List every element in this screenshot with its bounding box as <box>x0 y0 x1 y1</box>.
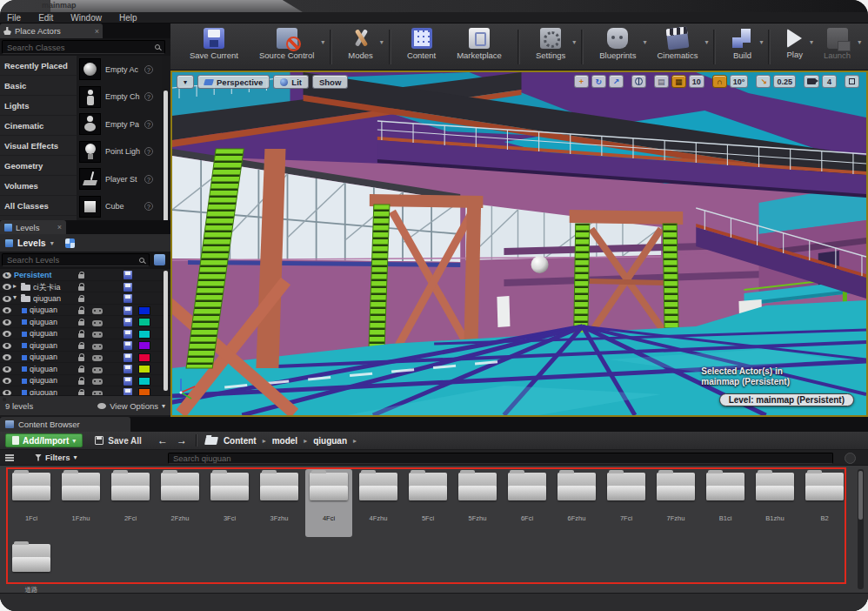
folder-7Fzhu[interactable]: 7Fzhu <box>652 469 699 537</box>
gamepad-icon[interactable] <box>92 344 103 350</box>
save-level-icon[interactable] <box>124 330 132 339</box>
sphere-actor[interactable] <box>531 256 549 273</box>
menu-item-file[interactable]: File <box>7 13 21 23</box>
chevron-down-icon[interactable]: ▾ <box>50 239 54 247</box>
modes-button[interactable]: ▾Modes <box>337 26 384 68</box>
category-basic[interactable]: Basic <box>0 76 77 96</box>
expand-arrow[interactable]: ▾ <box>13 293 17 301</box>
angle-snap-value[interactable]: 10° <box>730 75 749 88</box>
gamepad-icon[interactable] <box>92 379 103 385</box>
camera-speed-button[interactable] <box>804 75 819 88</box>
menu-item-help[interactable]: Help <box>119 13 137 23</box>
blueprints-button[interactable]: ▾Blueprints <box>589 26 646 68</box>
visibility-eye-icon[interactable] <box>3 354 11 360</box>
folder-4Fzhu[interactable]: 4Fzhu <box>355 469 402 537</box>
expand-arrow[interactable]: ▸ <box>13 282 17 290</box>
filters-button[interactable]: Filters ▾ <box>35 453 77 462</box>
close-icon[interactable]: × <box>95 27 99 36</box>
levels-extra-icon[interactable] <box>65 238 75 248</box>
folder-3Fci[interactable]: 3Fci <box>206 469 253 537</box>
lit-button[interactable]: Lit <box>273 75 309 89</box>
viewport-panel[interactable]: ▾ Perspective Lit Show + ↻ ↗ ▤ ▦ 10 ∩ 10… <box>170 70 868 417</box>
perspective-button[interactable]: Perspective <box>197 75 270 89</box>
save-level-icon[interactable] <box>124 318 132 326</box>
forward-arrow-icon[interactable]: → <box>177 434 187 446</box>
search-classes-input[interactable]: Search Classes <box>2 40 165 54</box>
lock-icon[interactable] <box>78 368 84 373</box>
breadcrumb-qiuguan[interactable]: qiuguan <box>313 436 347 446</box>
save-level-icon[interactable] <box>124 388 132 395</box>
level-row-7[interactable]: qiuguan <box>0 352 170 364</box>
folder-B1zhu[interactable]: B1zhu <box>751 469 798 537</box>
visibility-eye-icon[interactable] <box>3 307 11 313</box>
place-actor-item-cube[interactable]: Cube? <box>77 193 162 221</box>
level-row-9[interactable]: qiuguan <box>0 375 170 387</box>
launch-button[interactable]: ▾Launch <box>813 26 861 68</box>
tab-levels[interactable]: Levels × <box>0 220 66 234</box>
view-list-icon[interactable] <box>5 454 14 461</box>
play-button[interactable]: ▾Play <box>776 26 812 68</box>
save-level-icon[interactable] <box>124 271 132 279</box>
folder-1Fci[interactable]: 1Fci <box>8 469 55 537</box>
category-lights[interactable]: Lights <box>0 96 77 116</box>
camera-speed-value[interactable]: 4 <box>822 75 837 88</box>
viewport-3d-scene[interactable] <box>172 72 866 415</box>
search-levels-input[interactable]: Search Levels <box>2 253 150 266</box>
folder-6Fzhu[interactable]: 6Fzhu <box>553 469 600 537</box>
content-button[interactable]: Content <box>397 26 446 68</box>
lock-icon[interactable] <box>78 357 84 361</box>
level-row-3[interactable]: qiuguan <box>0 305 170 317</box>
menu-item-edit[interactable]: Edit <box>38 13 53 23</box>
current-level-badge[interactable]: Level: mainmap (Persistent) <box>719 393 854 406</box>
visibility-eye-icon[interactable] <box>3 284 11 290</box>
visibility-eye-icon[interactable] <box>3 366 11 373</box>
marketplace-button[interactable]: Marketplace <box>446 26 512 68</box>
back-arrow-icon[interactable]: ← <box>157 434 168 446</box>
maximize-viewport-button[interactable] <box>845 75 859 88</box>
lock-icon[interactable] <box>78 333 84 338</box>
gamepad-icon[interactable] <box>92 355 103 361</box>
level-row-0[interactable]: ▾Persistent <box>0 269 170 281</box>
category-visual-effects[interactable]: Visual Effects <box>0 136 77 156</box>
save-level-icon[interactable] <box>124 306 132 315</box>
level-color-chip[interactable] <box>138 341 150 350</box>
level-row-8[interactable]: qiuguan <box>0 363 170 375</box>
folder-2Fzhu[interactable]: 2Fzhu <box>157 469 204 537</box>
close-icon[interactable]: × <box>57 223 62 232</box>
folder-5Fzhu[interactable]: 5Fzhu <box>454 469 501 537</box>
folder-3Fzhu[interactable]: 3Fzhu <box>256 469 303 537</box>
scale-snap-value[interactable]: 0.25 <box>773 75 796 88</box>
scale-tool-button[interactable]: ↗ <box>609 75 624 88</box>
breadcrumb-model[interactable]: model <box>272 436 297 446</box>
folder-5Fci[interactable]: 5Fci <box>404 469 451 537</box>
tab-place-actors[interactable]: Place Actors × <box>0 24 103 38</box>
angle-snap-button[interactable]: ∩ <box>712 75 727 88</box>
folder-B2[interactable]: B2 <box>801 469 848 537</box>
visibility-eye-icon[interactable] <box>3 331 11 337</box>
level-row-2[interactable]: ▾qiuguan <box>0 292 170 305</box>
place-actor-item-empty-pa[interactable]: Empty Pa? <box>77 111 162 138</box>
save-level-icon[interactable] <box>124 283 132 292</box>
add-import-button[interactable]: Add/Import ▾ <box>5 433 83 447</box>
new-level-icon[interactable] <box>154 254 165 265</box>
category-all-classes[interactable]: All Classes <box>0 196 77 216</box>
place-actor-item-player-st[interactable]: Player St? <box>77 165 162 193</box>
place-actors-scrollbar[interactable] <box>164 91 168 230</box>
folder-2Fci[interactable]: 2Fci <box>107 469 154 537</box>
breadcrumb-content[interactable]: Content <box>224 436 257 446</box>
save-all-button[interactable]: Save All <box>95 436 142 446</box>
scrollbar-thumb[interactable] <box>858 471 863 520</box>
place-actor-item-point-ligh[interactable]: Point Ligh? <box>77 138 162 166</box>
level-row-10[interactable]: qiuguan <box>0 386 170 395</box>
lock-icon[interactable] <box>78 310 84 314</box>
search-options-icon[interactable] <box>845 453 856 464</box>
gamepad-icon[interactable] <box>92 332 103 338</box>
category-recently-placed[interactable]: Recently Placed <box>0 56 77 76</box>
gamepad-icon[interactable] <box>92 367 103 373</box>
category-cinematic[interactable]: Cinematic <box>0 116 77 136</box>
gamepad-icon[interactable] <box>92 320 103 326</box>
cinematics-button[interactable]: ▾Cinematics <box>646 26 708 68</box>
place-actor-item-empty-ac[interactable]: Empty Ac? <box>77 56 162 84</box>
folder-7Fci[interactable]: 7Fci <box>603 469 650 537</box>
visibility-eye-icon[interactable] <box>3 296 11 302</box>
